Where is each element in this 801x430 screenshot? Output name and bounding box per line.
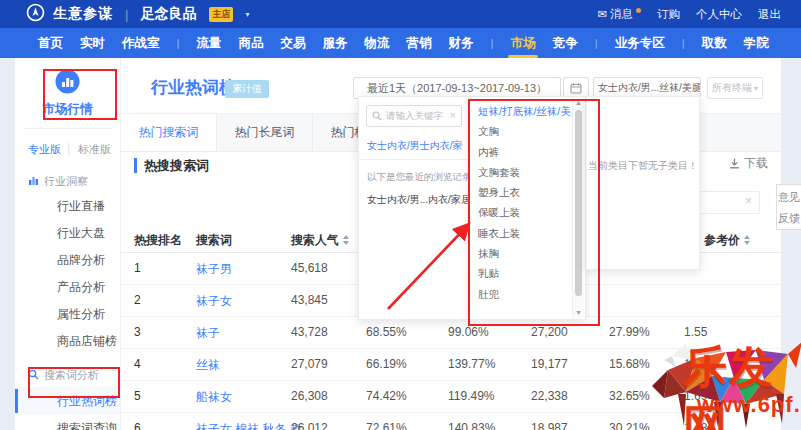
sidebar-item-产品分析[interactable]: 产品分析 — [15, 274, 120, 301]
shop-chevron-down-icon[interactable]: ▾ — [245, 10, 249, 19]
search-word-link[interactable]: 丝袜 — [196, 357, 220, 374]
category-option[interactable]: 睡衣上装 — [470, 223, 572, 243]
sidebar-module-market[interactable]: 市场行情 — [15, 58, 120, 128]
column-header-热搜排名: 热搜排名 — [134, 232, 182, 249]
search-word-link[interactable]: 袜子 — [196, 325, 220, 342]
nav-item-竞争[interactable]: 竞争 — [553, 28, 578, 58]
nav-item-首页[interactable]: 首页 — [38, 28, 63, 58]
chevron-right-icon: › — [460, 139, 463, 150]
messages-menu[interactable]: ✉ 消息 — [597, 7, 641, 22]
category-option[interactable]: 抹胸 — [470, 243, 572, 263]
search-word-link[interactable]: 袜子男 — [196, 261, 232, 278]
category-option[interactable]: 短袜/打底袜/丝袜/美... — [470, 101, 572, 121]
value-cell: 119.49% — [448, 389, 494, 403]
clear-icon[interactable]: × — [745, 194, 752, 208]
title-badge: 累计值 — [225, 80, 269, 98]
value-cell: 30.21% — [609, 421, 650, 430]
nav-item-营销[interactable]: 营销 — [407, 28, 432, 58]
value-cell: 1.69 — [684, 389, 707, 403]
shop-badge: 主店 — [209, 7, 233, 22]
sidebar-item-行业直播[interactable]: 行业直播 — [15, 193, 120, 220]
tab-热门长尾词[interactable]: 热门长尾词 — [217, 114, 313, 151]
notification-dot — [636, 8, 641, 13]
category-option[interactable]: 文胸套装 — [470, 162, 572, 182]
value-cell: 26,308 — [291, 389, 328, 403]
rank-cell: 5 — [134, 389, 141, 403]
category-option[interactable]: 塑身上衣 — [470, 182, 572, 202]
version-tab-standard[interactable]: 标准版 — [78, 143, 111, 155]
sidebar-item-品牌分析[interactable]: 品牌分析 — [15, 247, 120, 274]
rank-cell: 2 — [134, 293, 141, 307]
feedback-tab[interactable]: 意见 反馈 — [776, 184, 801, 230]
nav-divider: | — [177, 37, 180, 49]
nav-item-商品[interactable]: 商品 — [239, 28, 264, 58]
nav-item-作战室[interactable]: 作战室 — [122, 28, 160, 58]
scroll-down-icon[interactable]: ▼ — [573, 308, 584, 318]
search-word-link[interactable]: 船袜女 — [196, 389, 232, 406]
order-menu[interactable]: 订购 — [657, 7, 680, 22]
history-item[interactable]: 女士内衣/男...内衣/家居服 — [367, 193, 481, 207]
nav-divider: | — [682, 37, 685, 49]
sort-icon[interactable] — [744, 235, 750, 245]
main-nav: 首页实时作战室|流量商品交易服务物流营销财务|市场竞争|业务专区|取数学院 — [0, 28, 801, 58]
envelope-icon: ✉ — [597, 7, 607, 21]
empty-subcategory-hint: 当前类目下暂无子类目！ — [587, 159, 699, 173]
download-button[interactable]: 下载 — [729, 155, 768, 172]
sidebar-item-属性分析[interactable]: 属性分析 — [15, 301, 120, 328]
nav-item-取数[interactable]: 取数 — [702, 28, 727, 58]
sidebar: 市场行情 专业版│标准版 行业洞察行业直播行业大盘品牌分析产品分析属性分析商品店… — [15, 58, 120, 430]
category-option[interactable]: 乳贴 — [470, 263, 572, 283]
tab-热门搜索词[interactable]: 热门搜索词 — [121, 114, 217, 151]
search-analysis-icon — [28, 369, 39, 382]
nav-item-实时[interactable]: 实时 — [80, 28, 105, 58]
nav-item-流量[interactable]: 流量 — [197, 28, 222, 58]
value-cell: 19,177 — [531, 357, 568, 371]
logout-button[interactable]: 退出 — [758, 7, 781, 22]
dropdown-selected-path[interactable]: 女士内衣/男士内衣/家...› — [367, 139, 463, 153]
nav-item-服务[interactable]: 服务 — [323, 28, 348, 58]
search-word-link[interactable]: 袜子女 棉袜 秋冬 款 — [196, 421, 302, 430]
search-placeholder: 请输入关键字 — [386, 110, 443, 123]
category-option[interactable]: 内裤 — [470, 142, 572, 162]
sort-icon[interactable] — [343, 235, 349, 245]
scrollbar-thumb[interactable] — [575, 110, 582, 296]
nav-item-市场[interactable]: 市场 — [511, 28, 536, 58]
market-module-title: 市场行情 — [15, 101, 120, 118]
terminal-select[interactable]: 所有终端▾ — [707, 77, 763, 99]
nav-item-财务[interactable]: 财务 — [449, 28, 474, 58]
scrollbar[interactable]: ▲ ▼ — [572, 98, 584, 318]
dropdown-search-input[interactable]: 请输入关键字 × — [366, 105, 462, 127]
category-option[interactable]: 文胸 — [470, 121, 572, 141]
nav-item-交易[interactable]: 交易 — [281, 28, 306, 58]
account-menu[interactable]: 个人中心 — [696, 7, 742, 22]
nav-item-业务专区[interactable]: 业务专区 — [615, 28, 665, 58]
rank-cell: 1 — [134, 261, 141, 275]
nav-item-物流[interactable]: 物流 — [365, 28, 390, 58]
scroll-up-icon[interactable]: ▲ — [573, 98, 584, 108]
table-row[interactable]: 4丝袜27,07966.19%139.77%19,17715.68%1.62 — [121, 348, 781, 381]
value-cell: 72.61% — [366, 421, 407, 430]
category-select[interactable]: 女士内衣/男...丝袜/美腿袜▴ — [593, 77, 701, 97]
value-cell: 22,338 — [531, 389, 568, 403]
shop-name[interactable]: 足念良品 — [140, 5, 196, 23]
nav-item-学院[interactable]: 学院 — [744, 28, 769, 58]
value-cell: 1.55 — [684, 325, 707, 339]
table-row[interactable]: 6袜子女 棉袜 秋冬 款26,01272.61%140.83%18,98730.… — [121, 412, 781, 430]
app-logo-icon — [26, 3, 45, 26]
sidebar-item-行业大盘[interactable]: 行业大盘 — [15, 220, 120, 247]
sidebar-item-商品店铺榜[interactable]: 商品店铺榜 — [15, 328, 120, 355]
value-cell: 43,728 — [291, 325, 328, 339]
category-option[interactable]: 保暖上装 — [470, 202, 572, 222]
category-option[interactable]: 肚兜 — [470, 284, 572, 304]
column-header-参考价[interactable]: 参考价 — [704, 232, 750, 249]
value-cell: 1.62 — [684, 357, 707, 371]
column-header-搜索人气[interactable]: 搜索人气 — [291, 232, 349, 249]
value-cell: 32.65% — [609, 389, 650, 403]
sidebar-item-搜索词查询[interactable]: 搜索词查询 — [15, 415, 120, 430]
sidebar-item-行业热词榜[interactable]: 行业热词榜 — [15, 387, 120, 415]
table-row[interactable]: 5船袜女26,30874.42%119.49%22,33832.65%1.69 — [121, 380, 781, 413]
clear-icon[interactable]: × — [450, 109, 456, 121]
table-row[interactable]: 3袜子43,72868.55%99.06%27,20027.99%1.55 — [121, 316, 781, 349]
search-word-link[interactable]: 袜子女 — [196, 293, 232, 310]
version-tab-pro[interactable]: 专业版 — [28, 143, 61, 155]
